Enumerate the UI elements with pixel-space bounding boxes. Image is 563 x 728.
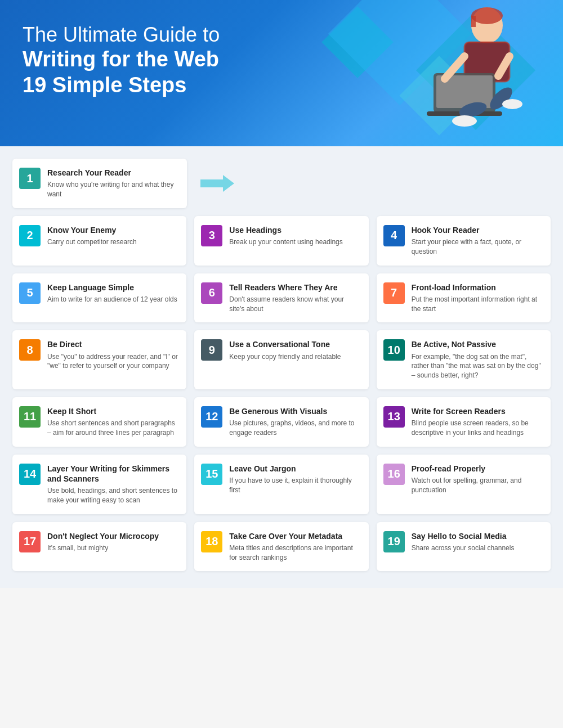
step-number-13: 13 xyxy=(383,406,405,428)
step-card-16: 16 Proof-read Properly Watch out for spe… xyxy=(377,455,551,514)
person-illustration xyxy=(377,0,546,146)
step-desc-8: Use "you" to address your reader, and "I… xyxy=(47,352,178,371)
step-desc-11: Use short sentences and short paragraphs… xyxy=(47,419,178,438)
step-number-8: 8 xyxy=(19,339,41,361)
step-number-3: 3 xyxy=(201,225,222,246)
step-body-6: Tell Readers Where They Are Don't assume… xyxy=(229,282,360,314)
step-title-1: Research Your Reader xyxy=(47,168,179,178)
step-desc-18: Meta titles and descriptions are importa… xyxy=(229,543,360,563)
header: The Ultimate Guide to Writing for the We… xyxy=(0,0,563,146)
step-desc-14: Use bold, headings, and short sentences … xyxy=(47,486,178,505)
step-number-7: 7 xyxy=(383,282,405,304)
step-body-18: Take Care Over Your Metadata Meta titles… xyxy=(229,531,360,563)
step-number-18: 18 xyxy=(201,531,222,552)
step-card-3: 3 Use Headings Break up your content usi… xyxy=(194,216,368,266)
step-body-7: Front-load Information Put the most impo… xyxy=(412,282,543,314)
step-desc-13: Blind people use screen readers, so be d… xyxy=(412,419,543,438)
header-title-line3: 19 Simple Steps xyxy=(23,73,304,98)
step-title-6: Tell Readers Where They Are xyxy=(229,282,360,293)
header-text: The Ultimate Guide to Writing for the We… xyxy=(23,23,304,98)
step-card-11: 11 Keep It Short Use short sentences and… xyxy=(12,397,186,447)
step-card-4: 4 Hook Your Reader Start your piece with… xyxy=(377,216,551,266)
step-desc-19: Share across your social channels xyxy=(412,543,515,553)
header-title-line2: Writing for the Web xyxy=(23,47,304,73)
row-7: 17 Don't Neglect Your Microcopy It's sma… xyxy=(12,522,551,572)
step-body-2: Know Your Enemy Carry out competitor res… xyxy=(47,225,137,247)
step-number-10: 10 xyxy=(383,339,405,361)
step-title-11: Keep It Short xyxy=(47,406,178,416)
step-body-17: Don't Neglect Your Microcopy It's small,… xyxy=(47,531,159,553)
step-desc-16: Watch out for spelling, grammar, and pun… xyxy=(412,476,543,495)
step-title-7: Front-load Information xyxy=(412,282,543,293)
row-4: 8 Be Direct Use "you" to address your re… xyxy=(12,330,551,389)
step-card-8: 8 Be Direct Use "you" to address your re… xyxy=(12,330,186,389)
step-body-19: Say Hello to Social Media Share across y… xyxy=(412,531,515,553)
step-title-3: Use Headings xyxy=(229,225,342,235)
step-number-16: 16 xyxy=(383,464,405,485)
arrow-svg xyxy=(200,175,234,192)
step-title-10: Be Active, Not Passive xyxy=(412,339,543,349)
step-card-17: 17 Don't Neglect Your Microcopy It's sma… xyxy=(12,522,186,572)
step-card-14: 14 Layer Your Writing for Skimmers and S… xyxy=(12,455,186,514)
step-title-4: Hook Your Reader xyxy=(412,225,543,235)
step-body-8: Be Direct Use "you" to address your read… xyxy=(47,339,178,371)
step-number-4: 4 xyxy=(383,225,405,246)
step-desc-3: Break up your content using headings xyxy=(229,237,342,247)
row-3: 5 Keep Language Simple Aim to write for … xyxy=(12,273,551,323)
step-body-1: Research Your Reader Know who you're wri… xyxy=(47,168,179,199)
step-title-12: Be Generous With Visuals xyxy=(229,406,360,416)
step-card-2: 2 Know Your Enemy Carry out competitor r… xyxy=(12,216,186,266)
step-desc-9: Keep your copy friendly and relatable xyxy=(229,352,341,362)
step-body-5: Keep Language Simple Aim to write for an… xyxy=(47,282,177,304)
step-card-7: 7 Front-load Information Put the most im… xyxy=(377,273,551,323)
row-1: 1 Research Your Reader Know who you're w… xyxy=(12,159,551,208)
step-card-18: 18 Take Care Over Your Metadata Meta tit… xyxy=(194,522,368,572)
header-title-line1: The Ultimate Guide to xyxy=(23,23,220,46)
step-title-9: Use a Conversational Tone xyxy=(229,339,341,349)
step-body-14: Layer Your Writing for Skimmers and Scan… xyxy=(47,464,178,505)
step-number-6: 6 xyxy=(201,282,222,304)
step-title-14: Layer Your Writing for Skimmers and Scan… xyxy=(47,464,178,484)
svg-point-10 xyxy=(452,115,477,127)
step-desc-15: If you have to use it, explain it thorou… xyxy=(229,476,360,495)
step-number-17: 17 xyxy=(19,531,41,552)
step-number-19: 19 xyxy=(383,531,405,552)
step-card-5: 5 Keep Language Simple Aim to write for … xyxy=(12,273,186,323)
step-desc-4: Start your piece with a fact, quote, or … xyxy=(412,237,543,257)
step-title-15: Leave Out Jargon xyxy=(229,464,360,474)
step-body-4: Hook Your Reader Start your piece with a… xyxy=(412,225,543,257)
step-card-13: 13 Write for Screen Readers Blind people… xyxy=(377,397,551,447)
row-2: 2 Know Your Enemy Carry out competitor r… xyxy=(12,216,551,266)
step-desc-12: Use pictures, graphs, videos, and more t… xyxy=(229,419,360,438)
step-title-17: Don't Neglect Your Microcopy xyxy=(47,531,159,541)
step-card-9: 9 Use a Conversational Tone Keep your co… xyxy=(194,330,368,389)
row-5: 11 Keep It Short Use short sentences and… xyxy=(12,397,551,447)
step-body-10: Be Active, Not Passive For example, "the… xyxy=(412,339,543,380)
step-title-13: Write for Screen Readers xyxy=(412,406,543,416)
step-number-12: 12 xyxy=(201,406,222,428)
step-desc-1: Know who you're writing for and what the… xyxy=(47,180,179,199)
step-number-15: 15 xyxy=(201,464,222,485)
step-number-5: 5 xyxy=(19,282,41,304)
row-6: 14 Layer Your Writing for Skimmers and S… xyxy=(12,455,551,514)
step-card-15: 15 Leave Out Jargon If you have to use i… xyxy=(194,455,368,514)
step-desc-7: Put the most important information right… xyxy=(412,295,543,314)
step-desc-2: Carry out competitor research xyxy=(47,237,137,247)
step-body-13: Write for Screen Readers Blind people us… xyxy=(412,406,543,438)
svg-point-1 xyxy=(471,7,503,24)
step-number-9: 9 xyxy=(201,339,222,361)
step-card-6: 6 Tell Readers Where They Are Don't assu… xyxy=(194,273,368,323)
step-body-16: Proof-read Properly Watch out for spelli… xyxy=(412,464,543,495)
arrow-connector xyxy=(195,159,234,208)
step-card-19: 19 Say Hello to Social Media Share acros… xyxy=(377,522,551,572)
step-desc-5: Aim to write for an audience of 12 year … xyxy=(47,295,177,304)
step-body-9: Use a Conversational Tone Keep your copy… xyxy=(229,339,341,361)
step-body-12: Be Generous With Visuals Use pictures, g… xyxy=(229,406,360,438)
svg-rect-2 xyxy=(471,16,476,27)
step-title-19: Say Hello to Social Media xyxy=(412,531,515,541)
step-desc-10: For example, "the dog sat on the mat", r… xyxy=(412,352,543,380)
step-body-3: Use Headings Break up your content using… xyxy=(229,225,342,247)
step-card-1: 1 Research Your Reader Know who you're w… xyxy=(12,159,187,208)
step-title-8: Be Direct xyxy=(47,339,178,349)
step-desc-6: Don't assume readers know what your site… xyxy=(229,295,360,314)
